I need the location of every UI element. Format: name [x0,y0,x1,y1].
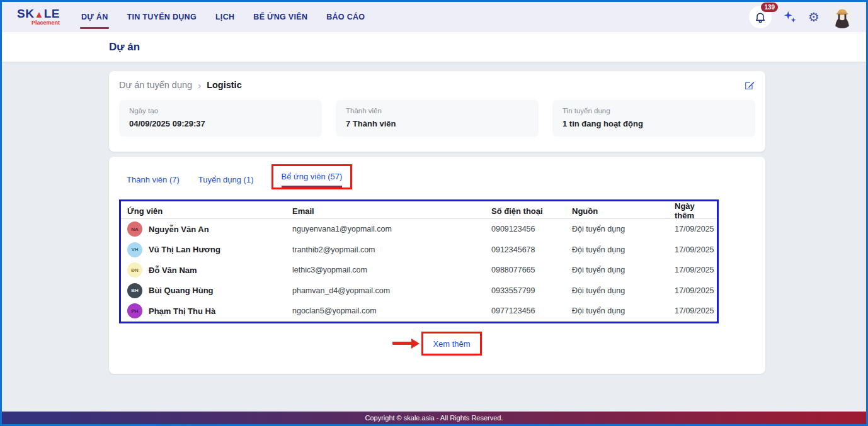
candidate-avatar: ĐN [127,262,142,277]
candidate-avatar: VH [127,242,142,257]
ai-assistant-button[interactable] [783,10,797,24]
app-window: SK▲LE Placement DỰ ÁN TIN TUYỂN DỤNG LỊC… [0,0,868,426]
logo-subtitle: Placement [31,20,60,26]
nav-item-bao-cao[interactable]: BÁO CÁO [326,9,365,25]
col-header-source: Nguồn [572,206,675,216]
candidate-source: Đội tuyển dụng [572,266,675,274]
project-detail-card: Thành viên (7) Tuyển dụng (1) Bể ứng viê… [109,157,765,374]
nav-item-du-an[interactable]: DỰ ÁN [81,9,108,25]
load-more-row: Xem thêm [119,332,755,356]
candidate-email: lethic3@yopmail.com [292,266,491,274]
candidate-avatar: NA [127,221,142,237]
candidate-source: Đội tuyển dụng [572,306,675,315]
tab-tuyen-dung[interactable]: Tuyển dụng (1) [197,172,255,187]
logo-text: SK▲LE [17,8,60,20]
edit-pencil-icon [744,79,755,91]
nav-item-be-ung-vien[interactable]: BỂ ỨNG VIÊN [253,9,307,25]
candidate-phone: 0988077665 [491,266,572,274]
page-title: Dự án [109,41,140,53]
avatar-illustration-icon [831,6,854,28]
breadcrumb-current: Logistic [207,80,242,90]
candidate-phone: 0977123456 [491,306,572,315]
col-header-phone: Số điện thoại [491,206,572,216]
copyright-text: Copyright © skale.asia - All Rights Rese… [365,414,503,422]
candidate-email: phamvan_d4@yopmail.com [292,286,491,295]
tab-be-ung-vien[interactable]: Bể ứng viên (57) [280,169,344,188]
breadcrumb-parent-link[interactable]: Dự án tuyển dụng [119,80,192,90]
chevron-right-icon: › [198,80,201,91]
stat-value: 7 Thành viên [346,119,528,128]
settings-button[interactable]: ⚙ [808,11,819,23]
candidate-source: Đội tuyển dụng [572,225,675,233]
nav-item-lich[interactable]: LỊCH [215,9,234,25]
candidate-name: Phạm Thị Thu Hà [149,306,215,316]
stat-value: 04/09/2025 09:29:37 [129,119,312,128]
annotation-box-candidates-table: Ứng viên Email Số điện thoại Nguồn Ngày … [119,199,719,323]
stat-label: Thành viên [346,107,528,115]
candidate-date-added: 17/09/2025 [675,245,714,254]
notifications-button[interactable]: 139 [749,6,772,28]
main-content: Dự án tuyển dụng › Logistic Ngày tạo 04/… [2,62,866,412]
skale-logo[interactable]: SK▲LE Placement [17,8,60,26]
user-avatar[interactable] [831,6,854,28]
candidate-avatar: PH [127,303,142,318]
nav-item-tin-tuyen-dung[interactable]: TIN TUYỂN DỤNG [127,9,196,25]
candidate-email: nguyenvana1@yopmail.com [292,225,491,233]
candidate-phone: 0909123456 [491,225,572,233]
table-row[interactable]: NA Nguyễn Văn An nguyenvana1@yopmail.com… [121,219,717,240]
stat-label: Ngày tạo [129,107,312,115]
candidate-phone: 0912345678 [491,245,572,254]
candidate-source: Đội tuyển dụng [572,245,675,254]
logo-triangle-icon: ▲ [34,9,43,20]
candidate-avatar: BH [127,283,142,298]
footer: Copyright © skale.asia - All Rights Rese… [2,412,866,424]
stat-label: Tin tuyển dụng [562,107,745,115]
candidate-date-added: 17/09/2025 [675,266,714,274]
bell-icon [754,11,767,23]
tab-label: Bể ứng viên (57) [282,172,343,181]
table-row[interactable]: ĐN Đỗ Văn Nam lethic3@yopmail.com 098807… [121,260,717,281]
page-title-bar: Dự án [2,32,866,62]
active-tab-underline [282,186,343,188]
breadcrumb: Dự án tuyển dụng › Logistic [119,79,755,91]
col-header-candidate: Ứng viên [127,206,292,216]
table-row[interactable]: BH Bùi Quang Hùng phamvan_d4@yopmail.com… [121,281,717,301]
candidate-email: ngoclan5@yopmail.com [292,306,491,315]
tab-thanh-vien[interactable]: Thành viên (7) [125,172,181,187]
candidate-name: Nguyễn Văn An [149,225,209,234]
notification-count-badge: 139 [761,3,778,12]
annotation-box-load-more: Xem thêm [421,332,481,356]
stat-value: 1 tin đang hoạt động [562,119,745,128]
stat-job-posts: Tin tuyển dụng 1 tin đang hoạt động [552,100,755,137]
candidate-date-added: 17/09/2025 [675,306,714,315]
candidate-phone: 0933557799 [491,286,572,295]
stat-created-date: Ngày tạo 04/09/2025 09:29:37 [119,100,322,137]
candidate-name: Bùi Quang Hùng [149,286,214,295]
navbar-actions: 139 ⚙ [749,6,854,28]
main-nav: DỰ ÁN TIN TUYỂN DỤNG LỊCH BỂ ỨNG VIÊN BÁ… [81,9,365,25]
load-more-button[interactable]: Xem thêm [433,339,470,349]
col-header-date-added: Ngày thêm [675,201,711,220]
candidate-date-added: 17/09/2025 [675,225,714,233]
table-row[interactable]: PH Phạm Thị Thu Hà ngoclan5@yopmail.com … [121,301,717,322]
col-header-email: Email [292,206,491,216]
edit-project-button[interactable] [744,79,755,91]
table-row[interactable]: VH Vũ Thị Lan Hương tranthib2@yopmail.co… [121,240,717,261]
candidate-name: Đỗ Văn Nam [149,266,197,275]
candidates-table: Ứng viên Email Số điện thoại Nguồn Ngày … [121,201,717,322]
candidate-date-added: 17/09/2025 [675,286,714,295]
candidate-name: Vũ Thị Lan Hương [149,245,220,254]
sparkles-icon [783,10,797,24]
annotation-box-active-tab: Bể ứng viên (57) [271,164,353,189]
table-header-row: Ứng viên Email Số điện thoại Nguồn Ngày … [121,201,717,219]
tab-bar: Thành viên (7) Tuyển dụng (1) Bể ứng viê… [119,169,755,189]
candidate-source: Đội tuyển dụng [572,286,675,295]
top-navbar: SK▲LE Placement DỰ ÁN TIN TUYỂN DỤNG LỊC… [2,2,866,32]
candidate-email: tranthib2@yopmail.com [292,245,491,254]
gear-icon: ⚙ [808,11,819,23]
stat-members: Thành viên 7 Thành viên [336,100,539,137]
project-summary-card: Dự án tuyển dụng › Logistic Ngày tạo 04/… [109,71,765,152]
project-stats: Ngày tạo 04/09/2025 09:29:37 Thành viên … [119,100,755,137]
annotation-arrow-icon [392,339,420,349]
